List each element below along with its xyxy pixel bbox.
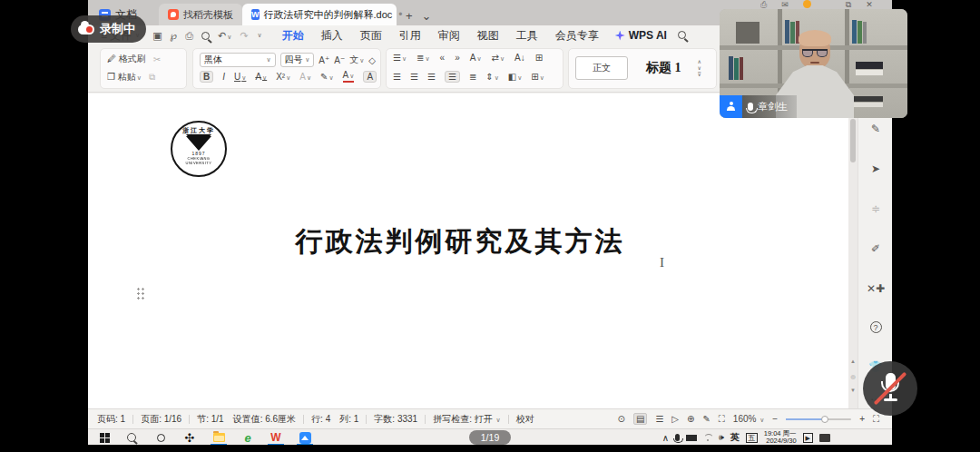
paste-button[interactable]: ❐ 粘贴∨ <box>107 71 142 84</box>
page-view-icon[interactable]: ▤ <box>633 413 647 425</box>
ime-indicator[interactable]: 英 <box>730 431 740 444</box>
text-direction-button[interactable]: ⇄∨ <box>492 53 505 63</box>
close-icon[interactable]: ✕ <box>866 0 873 9</box>
clock[interactable]: 19:04 周一 2024/9/30 <box>764 430 797 445</box>
sort-button[interactable]: A↓ <box>514 53 525 63</box>
member-badge-icon[interactable] <box>803 0 811 8</box>
undo-icon[interactable]: ↶∨ <box>218 30 231 42</box>
web-view-icon[interactable]: ⊕ <box>687 414 694 424</box>
speaker-icon[interactable]: 🕪 <box>719 433 724 443</box>
text-effects-button[interactable]: A∨ <box>299 72 311 82</box>
meeting-app-icon[interactable] <box>298 431 312 444</box>
toolbox-icon[interactable]: ✕✚ <box>858 282 892 295</box>
style-heading1[interactable]: 标题 1 <box>646 60 681 76</box>
tab-home[interactable]: 开始 <box>282 28 304 44</box>
zoom-out-icon[interactable]: − <box>772 414 778 424</box>
justify-icon[interactable]: ☰ <box>445 71 460 83</box>
search-icon[interactable] <box>678 31 686 39</box>
participant-video[interactable]: 章剑生 <box>720 9 907 118</box>
export-pdf-icon[interactable]: ℘ <box>171 30 178 42</box>
zoom-slider-handle[interactable] <box>821 416 828 423</box>
underline-button[interactable]: U∨ <box>234 72 246 82</box>
read-mode-icon[interactable]: ▷ <box>671 414 679 424</box>
ime-mode-box[interactable]: 五 <box>746 433 758 443</box>
adjust-sliders-icon[interactable]: ≑ <box>858 202 892 215</box>
drag-handle-icon[interactable] <box>136 287 144 300</box>
edit-mode-icon[interactable]: ✎ <box>702 414 710 424</box>
wps-taskbar-icon[interactable]: W <box>269 431 283 444</box>
zoom-in-icon[interactable]: + <box>859 414 865 424</box>
align-right-icon[interactable]: ☰ <box>427 72 436 82</box>
print-mini-icon[interactable]: ⎙ <box>760 0 767 9</box>
tab-view[interactable]: 视图 <box>477 28 499 44</box>
select-cursor-icon[interactable]: ➤ <box>858 162 892 175</box>
show-desktop-icon[interactable] <box>819 434 830 442</box>
tab-membership[interactable]: 会员专享 <box>555 28 599 44</box>
taskbar-search-icon[interactable] <box>124 431 139 444</box>
strikethrough-button[interactable]: A∨ <box>255 72 267 82</box>
cortana-icon[interactable] <box>153 431 168 444</box>
increase-font-button[interactable]: A⁺ <box>318 55 329 65</box>
outline-view-icon[interactable]: ☰ <box>655 414 663 424</box>
customize-toolbar-icon[interactable]: ∨ <box>258 32 262 39</box>
touch-keyboard-icon[interactable]: ▶ <box>803 433 813 443</box>
next-page-icon[interactable]: ▼ <box>848 388 858 393</box>
browse-object-icon[interactable]: ◎ <box>848 373 858 379</box>
tab-review[interactable]: 审阅 <box>438 28 460 44</box>
zoom-level[interactable]: 160% ∨ <box>733 414 764 424</box>
wifi-icon[interactable] <box>703 434 712 441</box>
file-explorer-icon[interactable] <box>211 431 226 444</box>
align-center-icon[interactable]: ☰ <box>410 72 418 82</box>
print-preview-icon[interactable] <box>201 32 210 40</box>
scrollbar-thumb[interactable] <box>850 119 856 162</box>
decrease-indent-icon[interactable]: « <box>440 53 446 63</box>
cut-icon[interactable]: ✂ <box>153 54 161 64</box>
phonetic-guide-button[interactable]: 文∨ <box>349 54 364 66</box>
wps-ai-button[interactable]: WPS AI <box>615 29 667 42</box>
redo-icon[interactable]: ↷ <box>240 30 248 42</box>
fullscreen-icon[interactable]: ⛶ <box>873 414 879 425</box>
highlighter-button[interactable]: ✎∨ <box>320 72 334 82</box>
font-size-select[interactable]: 四号∨ <box>280 53 315 67</box>
status-word-count[interactable]: 字数: 3331 <box>374 413 417 426</box>
tray-mic-icon[interactable] <box>675 434 680 441</box>
bold-button[interactable]: B <box>200 71 213 83</box>
status-proofread[interactable]: 校对 <box>516 413 534 426</box>
mute-button[interactable] <box>863 361 917 416</box>
font-name-select[interactable]: 黑体∨ <box>200 53 276 67</box>
line-spacing-button[interactable]: ⇕∨ <box>485 72 499 82</box>
show-marks-icon[interactable]: ⊞ <box>535 53 543 63</box>
decrease-font-button[interactable]: A⁻ <box>334 55 345 65</box>
numbering-button[interactable]: ≣∨ <box>416 53 430 63</box>
mail-mini-icon[interactable]: ✉ <box>781 0 789 9</box>
style-body-text[interactable]: 正文 <box>575 56 628 80</box>
copy-icon[interactable]: ⧉ <box>149 72 155 83</box>
save-icon[interactable]: ▣ <box>152 30 162 42</box>
print-icon[interactable]: ⎙ <box>185 30 193 42</box>
asian-layout-button[interactable]: A∨ <box>470 53 482 63</box>
start-button[interactable] <box>97 431 112 444</box>
bullets-button[interactable]: ☰∨ <box>393 53 407 63</box>
character-shading-button[interactable]: A <box>363 71 377 83</box>
fit-page-icon[interactable]: ⛶ <box>719 414 725 425</box>
superscript-button[interactable]: X²∨ <box>276 72 290 82</box>
clear-format-icon[interactable]: ◇ <box>368 55 376 65</box>
vertical-scrollbar[interactable]: ▲ ▲ ◎ ▼ <box>848 93 858 408</box>
font-color-button[interactable]: A∨ <box>343 71 355 83</box>
restore-icon[interactable]: ⧉ <box>846 0 851 9</box>
tab-tools[interactable]: 工具 <box>516 28 538 44</box>
notes-pen-icon[interactable]: ✐ <box>858 242 892 255</box>
align-left-icon[interactable]: ☰ <box>393 72 401 82</box>
prev-page-icon[interactable]: ▲ <box>848 359 858 364</box>
tray-expand-icon[interactable]: ∧ <box>662 433 669 443</box>
increase-indent-icon[interactable]: » <box>455 53 460 63</box>
distribute-icon[interactable]: ≣ <box>469 72 476 82</box>
browser-icon[interactable]: e <box>240 431 255 444</box>
status-spellcheck[interactable]: 拼写检查: 打开 ∨ <box>433 413 500 426</box>
new-tab-button[interactable]: + <box>406 9 413 25</box>
tab-insert[interactable]: 插入 <box>321 28 343 44</box>
tab-document-active[interactable]: W 行政法研究中的判例解释.doc • <box>242 4 397 25</box>
recording-badge[interactable]: 录制中 <box>71 15 146 43</box>
eye-protect-icon[interactable]: ⊙ <box>618 414 625 424</box>
shading-button[interactable]: ◧∨ <box>508 72 523 82</box>
